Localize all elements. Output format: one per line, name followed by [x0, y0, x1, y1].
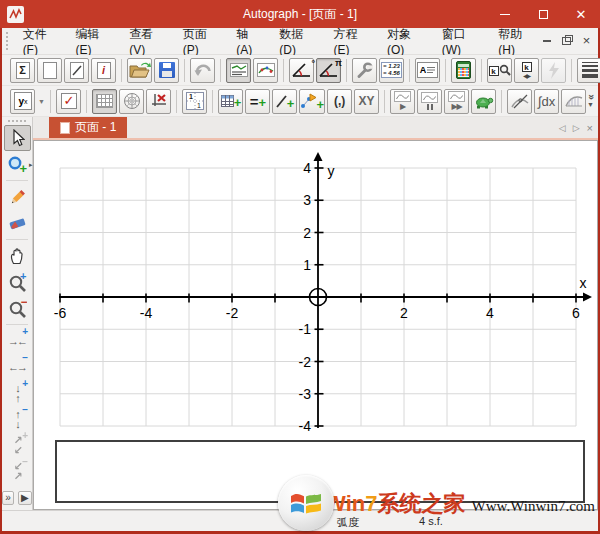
- separator: [346, 59, 347, 82]
- constant-controller-button[interactable]: k◀▶: [514, 58, 539, 83]
- edit-axes-button[interactable]: ✓: [56, 89, 81, 114]
- dropdown-arrow-icon: ▼: [587, 101, 594, 109]
- sidebar-items: +▸+−+→←−←→+↓↑−↑↓+↗↙−↙↗: [4, 125, 31, 484]
- angle-degrees-button[interactable]: °: [289, 58, 314, 83]
- text-label-button[interactable]: A: [415, 58, 440, 83]
- axes-style-button[interactable]: yx: [10, 89, 35, 114]
- page-icon: [60, 122, 70, 134]
- zoom-x-out-tool[interactable]: −←→: [4, 354, 31, 380]
- separator: [6, 324, 28, 325]
- zoom-y-in-tool[interactable]: +↓↑: [4, 380, 31, 406]
- tab-prev-icon[interactable]: ◁: [559, 123, 566, 133]
- show-grid-button[interactable]: [92, 89, 117, 114]
- save-file-button[interactable]: [154, 58, 179, 83]
- separator: [50, 90, 51, 113]
- animate-ffwd-button[interactable]: ▶▶: [444, 89, 469, 114]
- slow-plot-button[interactable]: [471, 89, 496, 114]
- svg-text:−: −: [20, 299, 27, 309]
- zoom-out-tool[interactable]: −: [4, 295, 31, 321]
- mdi-close-icon[interactable]: ×: [582, 36, 590, 46]
- gradient-button[interactable]: [507, 89, 532, 114]
- svg-text:+: +: [19, 161, 27, 174]
- watermark-text: Win7系统之家 Www.Winwin7.com: [325, 492, 595, 515]
- maximize-button[interactable]: [524, 0, 562, 28]
- toolbar-main: Σi°π= 1.23= 4.56Akk◀▶▼ » ▼: [2, 55, 598, 86]
- tab-next-icon[interactable]: ▷: [573, 123, 580, 133]
- page-info-button[interactable]: i: [91, 58, 116, 83]
- separator: [283, 59, 284, 82]
- separator: [501, 90, 502, 113]
- svg-text:-2: -2: [226, 305, 239, 321]
- results-box-button[interactable]: [226, 58, 251, 83]
- svg-text:1: 1: [303, 257, 311, 273]
- sidebar-grip[interactable]: [7, 119, 27, 124]
- svg-text:2: 2: [400, 305, 408, 321]
- axes-style-button-dropdown[interactable]: ▼: [36, 89, 46, 114]
- svg-text:-1: -1: [299, 321, 312, 337]
- add-table-button[interactable]: +: [218, 89, 243, 114]
- toolbar-axes-overflow[interactable]: » ▼: [587, 93, 594, 109]
- graph-canvas[interactable]: -6-4-2246-4-3-2-11234xy: [34, 141, 597, 441]
- mdi-restore-icon[interactable]: [562, 37, 571, 45]
- add-coordinates-button[interactable]: (,): [327, 89, 352, 114]
- stats-page-button[interactable]: Σ: [10, 58, 35, 83]
- new-page-button[interactable]: [37, 58, 62, 83]
- content-area: +▸+−+→←−←→+↓↑−↑↓+↗↙−↙↗ » ▶ 页面 - 1 ◁ ▷ × …: [2, 117, 598, 510]
- pencil-tool[interactable]: [4, 184, 31, 210]
- svg-text:x: x: [580, 275, 587, 291]
- zoom-xy-in-tool[interactable]: +↗↙: [4, 432, 31, 458]
- animate-play-button[interactable]: ▶: [390, 89, 415, 114]
- sidebar-flyout-button[interactable]: ▶: [18, 491, 32, 505]
- angle-radians-button[interactable]: π: [316, 58, 341, 83]
- integral-button[interactable]: ∫dx: [534, 89, 559, 114]
- menubar-grip[interactable]: [5, 31, 10, 51]
- new-graph-page-button[interactable]: [64, 58, 89, 83]
- add-point-tool[interactable]: +▸: [4, 151, 31, 177]
- polar-grid-button[interactable]: [119, 89, 144, 114]
- eraser-tool[interactable]: [4, 210, 31, 236]
- tab-page-1[interactable]: 页面 - 1: [49, 117, 127, 138]
- animate-pause-button[interactable]: [417, 89, 442, 114]
- zoom-x-in-tool[interactable]: +→←: [4, 328, 31, 354]
- open-file-button[interactable]: [127, 58, 152, 83]
- undo-button[interactable]: [190, 58, 215, 83]
- svg-text:y: y: [328, 163, 335, 179]
- mdi-minimize-icon[interactable]: [543, 40, 551, 42]
- axis-numbers-button[interactable]: 11: [182, 89, 207, 114]
- add-vector-button[interactable]: +: [299, 89, 325, 114]
- zoom-y-out-tool[interactable]: −↑↓: [4, 406, 31, 432]
- settings-wrench-button[interactable]: [352, 58, 377, 83]
- svg-text:6: 6: [572, 305, 580, 321]
- pan-tool[interactable]: [4, 243, 31, 269]
- tab-close-icon[interactable]: ×: [587, 122, 593, 134]
- line-thickness-button[interactable]: [577, 58, 600, 83]
- svg-text:4: 4: [303, 160, 311, 176]
- calculator-button[interactable]: [451, 58, 476, 83]
- separator: [121, 59, 122, 82]
- chevron-overflow-icon: »: [587, 94, 595, 100]
- title-bar: Autograph - [页面 - 1] ✕: [0, 0, 600, 28]
- add-equation-button[interactable]: =+: [245, 89, 270, 114]
- maximize-icon: [539, 10, 548, 19]
- separator: [6, 239, 28, 240]
- main-panel: 页面 - 1 ◁ ▷ × -6-4-2246-4-3-2-11234xy: [33, 117, 598, 510]
- decimal-places-button[interactable]: = 1.23= 4.56: [379, 58, 404, 83]
- separator: [6, 180, 28, 181]
- separator: [445, 59, 446, 82]
- select-tool[interactable]: [4, 125, 31, 151]
- flyout-arrow-icon[interactable]: ▸: [29, 161, 33, 169]
- xy-attributes-button[interactable]: XY: [354, 89, 379, 114]
- area-button[interactable]: [561, 89, 586, 114]
- fast-plot-button[interactable]: [541, 58, 566, 83]
- tab-bar: 页面 - 1 ◁ ▷ ×: [33, 117, 598, 140]
- zoom-in-tool[interactable]: +: [4, 269, 31, 295]
- add-line-button[interactable]: +: [272, 89, 297, 114]
- sidebar-expand-button[interactable]: »: [2, 491, 14, 505]
- tab-label: 页面 - 1: [75, 119, 116, 136]
- zoom-xy-out-tool[interactable]: −↙↗: [4, 458, 31, 484]
- hide-axes-button[interactable]: [146, 89, 171, 114]
- graph-appearance-button[interactable]: [253, 58, 278, 83]
- constant-spy-button[interactable]: k: [487, 58, 512, 83]
- minimize-button[interactable]: [486, 0, 524, 28]
- close-button[interactable]: ✕: [562, 0, 600, 28]
